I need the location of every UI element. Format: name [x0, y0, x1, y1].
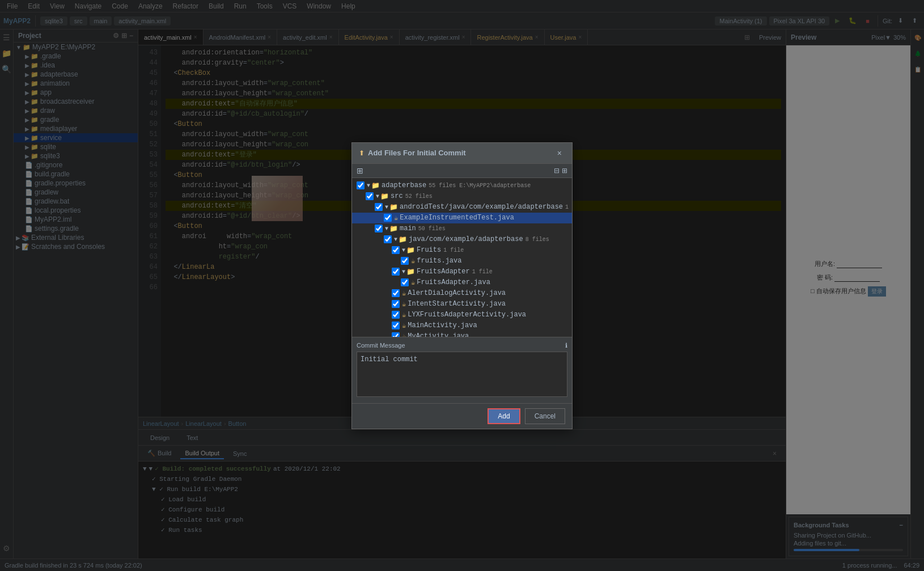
ft-androidtest[interactable]: ▼ 📁 androidTest/java/com/example/adapter… — [352, 202, 572, 213]
ft-intentstart[interactable]: ☕ IntentStartActivity.java — [352, 299, 572, 310]
commit-message-input[interactable]: Initial commit — [357, 352, 567, 397]
ft-fruits-folder[interactable]: ▼ 📁 Fruits 1 file — [352, 245, 572, 256]
modal-toolbar-btn-1[interactable]: ⊞ — [357, 166, 363, 175]
modal-git-icon: ⬆ — [359, 149, 364, 157]
ft-main[interactable]: ▼ 📁 main 50 files — [352, 223, 572, 234]
modal-expand-btn[interactable]: ⊞ — [562, 167, 567, 175]
ft-mainactivity[interactable]: ☕ MainActivity.java — [352, 320, 572, 331]
ft-check-adapterbase[interactable] — [357, 181, 364, 189]
ft-check-alertdialog[interactable] — [392, 289, 400, 297]
modal-add-button[interactable]: Add — [488, 408, 520, 424]
modal-footer: Add Cancel — [352, 403, 572, 429]
ft-lyxfruits[interactable]: ☕ LYXFruitsAdapterActivity.java — [352, 310, 572, 320]
commit-section: Commit Message ℹ Initial commit — [352, 337, 572, 403]
ft-check-fruits-folder[interactable] — [392, 246, 400, 254]
modal-collapse-btn[interactable]: ⊟ — [554, 167, 560, 175]
ft-javapackage[interactable]: ▼ 📁 java/com/example/adapterbase 8 files — [352, 234, 572, 245]
ft-fruitsadapter-folder[interactable]: ▼ 📁 FruitsAdapter 1 file — [352, 267, 572, 277]
ft-fruits-java[interactable]: ☕ fruits.java — [352, 256, 572, 267]
ft-check-src[interactable] — [366, 192, 374, 200]
ft-adapterbase[interactable]: ▼ 📁 adapterbase 55 files E:\MyAPP2\adapt… — [352, 180, 572, 191]
modal-cancel-button[interactable]: Cancel — [525, 408, 565, 424]
ft-myactivity[interactable]: ☕ MyActivity.java — [352, 331, 572, 337]
modal-x-button[interactable]: × — [554, 147, 565, 159]
ft-check-main[interactable] — [375, 225, 383, 232]
ft-exampleinstrumentedtest[interactable]: ☕ ExampleInstrumentedTest.java — [352, 213, 572, 223]
modal-header: ⬆ Add Files For Initial Commit Cancel × — [352, 143, 572, 164]
ft-check-lyxfruits[interactable] — [392, 311, 400, 319]
ft-check-mainactivity[interactable] — [392, 322, 400, 329]
commit-info-icon[interactable]: ℹ — [565, 342, 567, 349]
ft-check-javapackage[interactable] — [384, 235, 392, 243]
modal-dialog: ⬆ Add Files For Initial Commit Cancel × … — [351, 142, 573, 429]
modal-toolbar: ⊞ ⊟ ⊞ — [352, 164, 572, 178]
ft-src[interactable]: ▼ 📁 src 52 files — [352, 191, 572, 202]
modal-title: Add Files For Initial Commit — [368, 149, 466, 157]
modal-overlay[interactable]: ⬆ Add Files For Initial Commit Cancel × … — [0, 0, 924, 571]
ft-check-myactivity[interactable] — [392, 332, 400, 337]
ft-check-intentstart[interactable] — [392, 300, 400, 308]
file-tree: ▼ 📁 adapterbase 55 files E:\MyAPP2\adapt… — [352, 178, 572, 337]
ft-fruitsadapter-java[interactable]: ☕ FruitsAdapter.java — [352, 277, 572, 288]
ft-check-exampletest[interactable] — [384, 214, 392, 222]
commit-label: Commit Message ℹ — [357, 342, 567, 349]
ft-check-fruits-java[interactable] — [401, 257, 409, 265]
ft-check-fruitsadapter-folder[interactable] — [392, 268, 400, 276]
ft-alertdialog[interactable]: ☕ AlertDialogActivity.java — [352, 288, 572, 299]
ft-check-fruitsadapter-java[interactable] — [401, 278, 409, 286]
ft-check-androidtest[interactable] — [375, 203, 383, 211]
